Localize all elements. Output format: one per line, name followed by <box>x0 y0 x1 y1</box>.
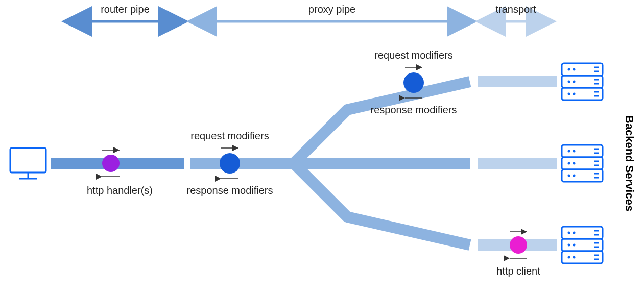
http-client-label: http client <box>496 265 540 277</box>
request-modifiers-branch-label: request modifiers <box>374 50 452 61</box>
server-top-icon <box>562 63 603 100</box>
server-bottom-icon <box>562 227 603 263</box>
http-handlers-node-icon <box>102 155 120 172</box>
response-modifiers-main-label: response modifiers <box>187 185 273 196</box>
proxy-pipe-lower <box>294 163 470 245</box>
modifiers-main-node-icon <box>220 153 240 174</box>
http-client-node-icon <box>510 236 527 254</box>
backend-services-label: Backend Services <box>623 115 636 211</box>
proxy-pipe-label: proxy pipe <box>308 4 355 15</box>
client-monitor-icon <box>10 148 46 179</box>
transport-label: transport <box>496 4 536 15</box>
pipeline-diagram: router pipe proxy pipe transport http ha… <box>0 0 644 295</box>
proxy-pipe-upper <box>294 82 470 163</box>
request-modifiers-main-label: request modifiers <box>190 130 269 141</box>
http-handlers-label: http handler(s) <box>87 185 153 196</box>
response-modifiers-branch-label: response modifiers <box>371 104 457 115</box>
router-pipe-label: router pipe <box>101 4 150 15</box>
modifiers-branch-node-icon <box>403 72 424 93</box>
server-middle-icon <box>562 145 603 182</box>
